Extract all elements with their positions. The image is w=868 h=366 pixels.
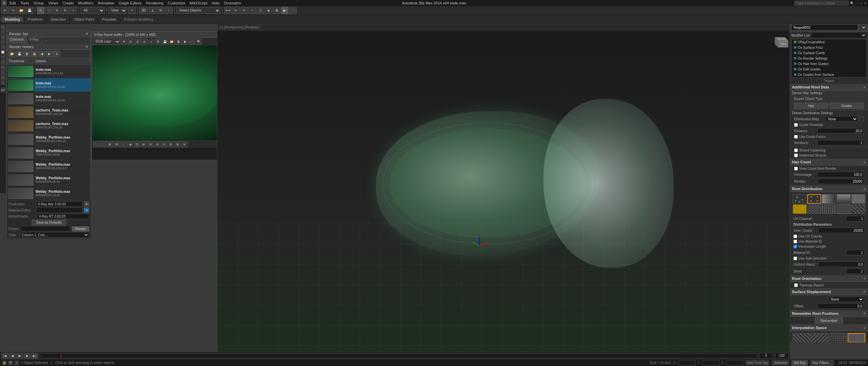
menu-animation[interactable]: Animation <box>96 1 116 5</box>
render-frame-btn[interactable]: ⬛ <box>289 7 297 14</box>
vray-blue-btn[interactable]: B <box>135 39 141 45</box>
view-btn-extra[interactable]: + <box>128 7 136 14</box>
interp-cell-2[interactable] <box>829 333 847 342</box>
z-coord[interactable] <box>726 360 743 366</box>
vray-bottom-btn7[interactable]: ⊡ <box>134 141 140 147</box>
offset-input[interactable] <box>817 303 864 309</box>
topo-based-cb[interactable] <box>794 283 798 287</box>
mat-editor-btn[interactable]: ⚙ <box>84 207 89 213</box>
use-uv-cb[interactable] <box>793 235 797 238</box>
menu-ornimatrix[interactable]: Ornimatrix <box>222 1 243 5</box>
additional-root-data-header[interactable]: Additional Root Data ▲ <box>790 84 868 90</box>
object-name-input[interactable] <box>791 24 858 30</box>
surf-disp-select[interactable]: None <box>829 297 864 302</box>
surf-disp-header[interactable]: Surface Displacement ▼ <box>790 289 868 295</box>
menu-customize[interactable]: Customize <box>166 1 188 5</box>
vray-bottom-btn12[interactable]: ⊚ <box>168 141 174 147</box>
render-setup-btn[interactable]: 🖥 <box>273 7 280 14</box>
vray-save-btn[interactable]: 💾 <box>162 39 168 45</box>
vray-bottom-btn10[interactable]: ⊘ <box>154 141 160 147</box>
window-maximize[interactable]: □ <box>861 1 863 5</box>
tab-vray[interactable]: V-Ray <box>27 37 42 44</box>
use-mat-id-cb[interactable] <box>793 240 797 243</box>
named-sel-dropdown[interactable]: All <box>81 7 104 14</box>
vray-settings-btn[interactable]: ⚙ <box>155 39 161 45</box>
preset-input[interactable] <box>21 226 71 231</box>
render-history-close[interactable]: ✕ <box>85 44 88 49</box>
spinner-snap-btn[interactable]: ↕ <box>165 7 173 14</box>
vray-bottom-btn13[interactable]: ⊛ <box>175 141 181 147</box>
uni-rand-input[interactable] <box>818 262 865 267</box>
vray-zoom-btn[interactable]: 🔍 <box>196 39 202 45</box>
mod-0[interactable]: VRayCrnatrisMod <box>792 39 866 45</box>
save-btn[interactable]: 💾 <box>26 7 33 14</box>
window-minimize[interactable]: ─ <box>857 1 859 5</box>
rdist-lines-v[interactable] <box>822 204 836 214</box>
mod-2[interactable]: Ox Surface Comb <box>792 50 866 56</box>
vray-green-btn[interactable]: G <box>128 39 134 45</box>
vray-bottom-btn14[interactable]: ⊜ <box>181 141 188 147</box>
status-icon-3[interactable]: ⚙ <box>14 361 19 365</box>
vray-bottom-btn2[interactable]: ⬚ <box>100 141 106 147</box>
dist-map-btn[interactable] <box>859 117 864 121</box>
dist-input[interactable] <box>817 128 864 134</box>
vray-bottom-btn11[interactable]: ⊙ <box>161 141 167 147</box>
schematic-btn[interactable]: ⬡ <box>257 7 264 14</box>
vray-load-btn[interactable]: 📂 <box>169 39 175 45</box>
mat-id-input[interactable] <box>846 250 865 255</box>
object-type-select[interactable]: ▼ <box>859 24 867 30</box>
angle-snap-btn[interactable]: ∠ <box>149 7 156 14</box>
set-key-btn[interactable]: Set Key <box>791 360 808 366</box>
tab-common[interactable]: Common <box>7 37 27 44</box>
left-icon-6[interactable]: ⬜ <box>1 50 5 55</box>
left-icon-8[interactable]: ⟲ <box>1 60 5 65</box>
rdist-random[interactable] <box>793 194 807 204</box>
vray-bottom-btn6[interactable]: ◈ <box>127 141 133 147</box>
rdist-grad-h[interactable] <box>822 194 836 204</box>
select-btn[interactable]: ↖ <box>37 7 44 14</box>
render-count-input[interactable] <box>817 179 864 184</box>
uv-chan-input[interactable] <box>846 216 865 221</box>
mode-selection[interactable]: Selection <box>47 17 70 22</box>
menu-help[interactable]: Help <box>210 1 222 5</box>
view-dropdown[interactable]: View <box>108 7 127 14</box>
tab-other[interactable]: ... <box>42 37 50 44</box>
interp-cell-3[interactable] <box>848 333 865 342</box>
mat-editor-input[interactable] <box>36 207 82 213</box>
menu-maxscript[interactable]: MAXScript <box>188 1 210 5</box>
nav-cube[interactable]: TOP <box>771 32 788 49</box>
frame-end-input[interactable] <box>775 353 789 359</box>
production-settings[interactable]: ⚙ <box>84 201 89 207</box>
seed-input[interactable] <box>846 268 865 274</box>
export-hair-btn[interactable]: Hair <box>794 103 828 109</box>
anim-prev-frame[interactable]: ◀ <box>9 353 16 359</box>
menu-views[interactable]: Views <box>46 1 60 5</box>
remember-roots-header[interactable]: Remember Root Positions ▼ <box>790 310 868 317</box>
mirror-btn[interactable]: ⟺ <box>224 7 232 14</box>
menu-graph-editors[interactable]: Graph Editors <box>117 1 144 5</box>
vray-render-btn[interactable]: ▶ <box>182 39 188 45</box>
open-btn[interactable]: 📂 <box>18 7 25 14</box>
sub-sel-cb[interactable] <box>793 257 797 260</box>
hist-prev[interactable]: ◀ <box>38 51 45 57</box>
left-icon-11[interactable]: ⊞ <box>1 75 5 80</box>
left-icon-5[interactable]: ⬡ <box>1 45 5 49</box>
vray-bottom-btn9[interactable]: ⊖ <box>147 141 154 147</box>
history-item-5[interactable]: Webby_Portfolio.max 2000x2000;0h,23m,10 <box>7 133 91 146</box>
mode-freeform[interactable]: Freeform <box>24 17 47 22</box>
guide-prox-checkbox[interactable] <box>794 123 798 127</box>
view-count-cb[interactable] <box>794 167 798 170</box>
y-coord[interactable] <box>703 360 719 366</box>
hist-delete[interactable]: 🗑 <box>23 51 30 57</box>
channel-select[interactable]: RGB color <box>93 39 120 45</box>
hist-info[interactable]: ℹ <box>53 51 60 57</box>
instanced-strands-cb[interactable] <box>794 154 798 157</box>
status-icon-2[interactable]: 🎬 <box>8 361 13 365</box>
vray-bottom-btn1[interactable]: ⬛ <box>93 141 99 147</box>
activeshade-input[interactable] <box>37 214 89 219</box>
history-item-0[interactable]: teste.max 640x480;0h,1m,2,6s <box>7 65 91 78</box>
rdist-grad-v[interactable] <box>837 194 851 204</box>
rdist-yellow[interactable] <box>793 204 807 214</box>
history-item-2[interactable]: teste.max 640x480;0h,0m,25,3s <box>7 92 91 105</box>
undo-btn[interactable]: ↩ <box>1 7 9 14</box>
